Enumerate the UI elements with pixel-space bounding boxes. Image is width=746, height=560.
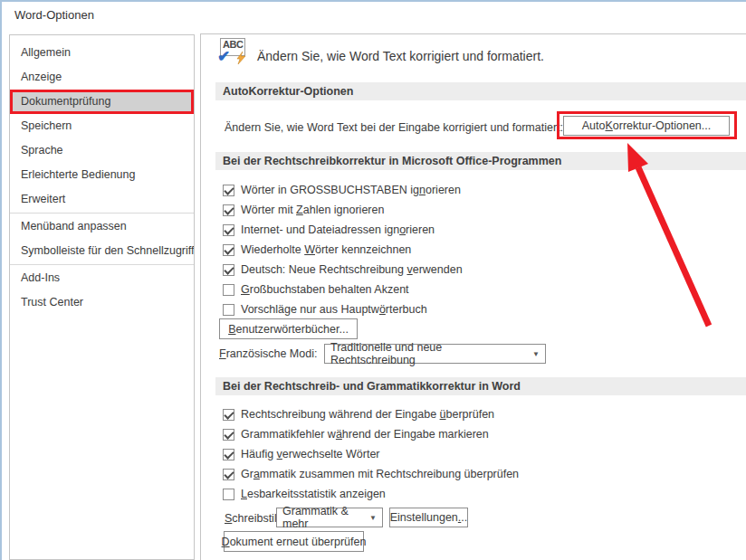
sidebar-item-anzeige[interactable]: Anzeige [10,65,194,90]
panel-description: Ändern Sie, wie Word Text korrigiert und… [257,49,544,63]
checkbox-label: Lesbarkeitsstatistik anzeigen [241,488,386,500]
proofing-panel: ABC ✔ Ändern Sie, wie Word Text korrigie… [200,33,746,560]
checkbox-row-readability-statistics: Lesbarkeitsstatistik anzeigen [223,484,386,504]
checkbox-row-grammar-with-spelling: Grammatik zusammen mit Rechtschreibung ü… [223,464,519,484]
dropdown-value: Traditionelle und neue Rechtschreibung [330,341,527,366]
checkbox-label: Wiederholte Wörter kennzeichnen [241,243,411,256]
checkbox-german-new-spelling[interactable] [223,264,234,276]
checkbox-ignore-internet-addresses[interactable] [223,224,234,236]
checkbox-frequently-confused-words[interactable] [223,449,234,460]
checkbox-label: Häufig verwechselte Wörter [241,448,380,460]
section-header-word-grammar: Bei der Rechtschreib- und Grammatikkorre… [215,377,746,395]
french-modes-label: Französische Modi: [219,347,317,360]
checkbox-row-frequently-confused-words: Häufig verwechselte Wörter [223,444,380,464]
checkbox-row-mark-grammar-errors: Grammatikfehler während der Eingabe mark… [223,424,489,444]
chevron-down-icon: ▼ [527,350,540,358]
sidebar-item-erleichterte-bedienung[interactable]: Erleichterte Bedienung [10,163,194,187]
autocorrect-row-label: Ändern Sie, wie Word Text bei der Eingab… [225,121,563,134]
checkbox-label: Rechtschreibung während der Eingabe über… [241,408,494,421]
sidebar-item-trust-center[interactable]: Trust Center [10,290,194,315]
french-modes-dropdown[interactable]: Traditionelle und neue Rechtschreibung ▼ [324,344,546,364]
sidebar-item-symbolleiste[interactable]: Symbolleiste für den Schnellzugriff [10,239,194,263]
sidebar-item-menueband-anpassen[interactable]: Menüband anpassen [10,214,194,239]
sidebar-item-add-ins[interactable]: Add-Ins [10,266,194,290]
checkbox-row-flag-repeated-words: Wiederholte Wörter kennzeichnen [223,240,411,260]
checkbox-main-dictionary-only[interactable] [223,304,234,316]
checkbox-label: Wörter mit Zahlen ignorieren [241,204,384,216]
window-border-top [0,0,746,2]
dialog-title: Word-Optionen [14,8,94,22]
section-header-office-spelling: Bei der Rechtschreibkorrektur in Microso… [215,152,746,170]
custom-dictionaries-button[interactable]: Benutzerwörterbücher... [219,318,358,339]
checkbox-uppercase-accent[interactable] [223,284,234,296]
dropdown-value: Grammatik & mehr [282,505,364,530]
checkbox-grammar-with-spelling[interactable] [223,469,234,480]
options-sidebar: Allgemein Anzeige Dokumentprüfung Speich… [9,34,195,560]
highlight-box-autocorrect-button [557,111,737,139]
checkbox-row-main-dictionary-only: Vorschläge nur aus Hauptwörterbuch [223,299,427,319]
checkbox-row-german-new-spelling: Deutsch: Neue Rechtschreibung verwenden [223,260,463,280]
recheck-document-button[interactable]: Dokument erneut überprüfen [224,531,364,552]
checkbox-label: Grammatikfehler während der Eingabe mark… [241,428,489,441]
checkbox-ignore-numbers[interactable] [223,204,234,216]
checkbox-row-ignore-internet-addresses: Internet- und Dateiadressen ignorieren [223,220,435,240]
window-border-left [0,0,2,560]
checkbox-check-spelling-as-you-type[interactable] [223,409,234,421]
checkbox-label: Grammatik zusammen mit Rechtschreibung ü… [241,468,519,480]
spellcheck-icon: ABC ✔ [217,38,253,69]
sidebar-item-allgemein[interactable]: Allgemein [10,41,194,65]
sidebar-item-speichern[interactable]: Speichern [10,114,194,138]
sidebar-item-sprache[interactable]: Sprache [10,138,194,163]
writing-style-label: Schreibstil [225,512,277,525]
sidebar-item-erweitert[interactable]: Erweitert [10,187,194,212]
writing-style-dropdown[interactable]: Grammatik & mehr ▼ [276,508,383,527]
checkbox-ignore-uppercase[interactable] [223,185,234,196]
checkbox-label: Vorschläge nur aus Hauptwörterbuch [241,303,427,316]
sidebar-item-dokumentpruefung[interactable]: Dokumentprüfung [10,90,194,114]
word-options-dialog: Word-Optionen Allgemein Anzeige Dokument… [0,0,746,560]
lightning-icon [236,52,246,65]
checkbox-label: Wörter in GROSSBUCHSTABEN ignorieren [241,184,461,196]
checkbox-row-check-spelling-as-you-type: Rechtschreibung während der Eingabe über… [223,404,494,424]
checkbox-row-uppercase-accent: Großbuchstaben behalten Akzent [223,280,409,299]
check-icon: ✔ [217,47,230,66]
sidebar-divider [10,213,194,214]
checkbox-label: Deutsch: Neue Rechtschreibung verwenden [241,263,463,276]
chevron-down-icon: ▼ [364,514,377,522]
checkbox-row-ignore-numbers: Wörter mit Zahlen ignorieren [223,200,384,220]
checkbox-readability-statistics[interactable] [223,489,234,500]
checkbox-label: Großbuchstaben behalten Akzent [241,283,409,296]
checkbox-row-ignore-uppercase: Wörter in GROSSBUCHSTABEN ignorieren [223,180,461,200]
checkbox-mark-grammar-errors[interactable] [223,429,234,441]
checkbox-label: Internet- und Dateiadressen ignorieren [241,223,435,236]
section-header-autocorrect: AutoKorrektur-Optionen [215,82,746,100]
settings-button[interactable]: Einstellungen... [389,508,468,527]
checkbox-flag-repeated-words[interactable] [223,244,234,256]
sidebar-divider [10,264,194,265]
